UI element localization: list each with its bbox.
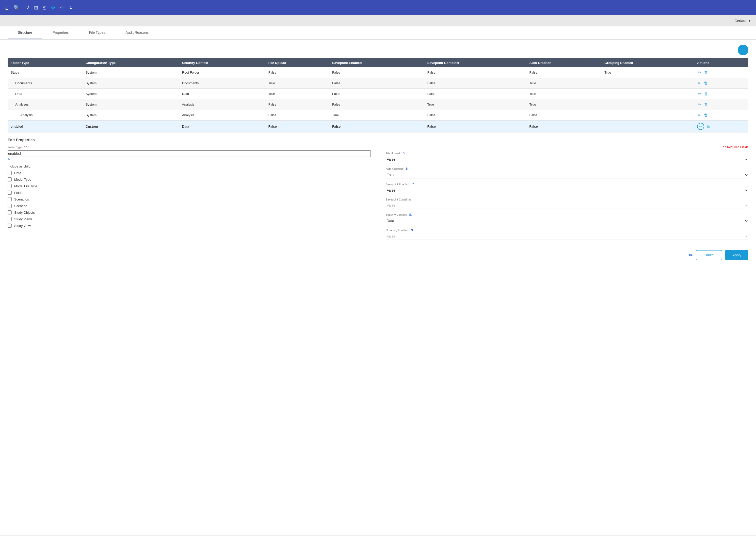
cell-config-type: System — [83, 88, 179, 99]
cell-security-context: Root Folder — [179, 67, 265, 78]
file-upload-select[interactable]: False True — [386, 156, 749, 163]
child-option-folder[interactable]: Folder — [8, 190, 371, 195]
cell-config-type: System — [83, 78, 179, 88]
copy-icon[interactable]: ⎘ — [43, 5, 46, 11]
cell-actions: ✏ 🗑 — [694, 120, 748, 132]
add-folder-type-button[interactable]: + — [738, 45, 748, 55]
security-context-select[interactable]: Data Root Folder Documents Analysis — [386, 218, 749, 224]
tab-structure[interactable]: Structure — [8, 26, 42, 39]
savepoint-container-select[interactable]: False True — [386, 202, 749, 209]
cell-security-context: Data — [179, 120, 265, 132]
cell-auto-creation: True — [526, 99, 602, 110]
checkbox-data[interactable] — [8, 171, 12, 175]
table-row: Analysis System Analysis False True Fals… — [8, 110, 748, 120]
delete-row-button[interactable]: 🗑 — [703, 81, 708, 86]
child-option-scenarios[interactable]: Scenarios — [8, 197, 371, 201]
cell-savepoint-enabled: False — [329, 88, 424, 99]
shield-icon[interactable]: 🛡 — [24, 5, 29, 11]
cell-grouping-enabled — [601, 99, 694, 110]
delete-row-button[interactable]: 🗑 — [703, 102, 708, 107]
required-fields-note: * * Required Fields — [386, 146, 749, 149]
grouping-enabled-field: Grouping Enabled: 9. False True — [386, 228, 749, 240]
edit-row-button[interactable]: ✏ — [697, 80, 702, 86]
cell-folder-type: enabled — [8, 120, 83, 132]
child-option-model-file-type[interactable]: Model File Type — [8, 184, 371, 188]
child-option-study-view[interactable]: Study View — [8, 223, 371, 228]
org-selector[interactable]: Certara ▼ — [735, 19, 751, 23]
checkbox-scenarios[interactable] — [8, 197, 12, 201]
delete-row-button[interactable]: 🗑 — [703, 70, 708, 75]
col-grouping-enabled: Grouping Enabled — [601, 58, 694, 67]
checkbox-scenario[interactable] — [8, 204, 12, 208]
delete-row-button[interactable]: 🗑 — [703, 91, 708, 97]
tab-file-types[interactable]: File Types — [79, 26, 116, 39]
checkbox-study-objects[interactable] — [8, 210, 12, 215]
cell-savepoint-container: False — [424, 110, 526, 120]
folder-type-label: Folder Type: * * 3. — [8, 146, 371, 149]
cell-savepoint-container: True — [424, 99, 526, 110]
child-option-scenario[interactable]: Scenario — [8, 204, 371, 208]
edit-row-button[interactable]: ✏ — [697, 112, 702, 118]
cell-folder-type: Documents — [8, 78, 83, 88]
apply-button[interactable]: Apply — [725, 250, 748, 260]
edit-row-button[interactable]: ✏ — [697, 91, 702, 97]
edit-properties-title: Edit Properties — [8, 138, 748, 142]
cell-grouping-enabled — [601, 110, 694, 120]
layout-icon[interactable]: ⊞ — [34, 5, 38, 11]
tab-audit-reasons[interactable]: Audit Reasons — [115, 26, 159, 39]
child-option-data[interactable]: Data — [8, 171, 371, 175]
settings-icon[interactable]: ⚙ — [51, 4, 55, 11]
checkbox-study-views[interactable] — [8, 217, 12, 221]
delete-row-button[interactable]: 🗑 — [703, 113, 708, 118]
col-file-upload: File Upload — [265, 58, 329, 67]
auto-creation-select[interactable]: False True — [386, 172, 749, 179]
security-context-label: Security Context: 8. — [386, 213, 749, 217]
include-child-label: Include as child: — [8, 164, 371, 168]
cell-grouping-enabled — [601, 78, 694, 88]
col-savepoint-container: Savepoint Container — [424, 58, 526, 67]
edit-row-button[interactable]: ✏ — [697, 102, 702, 107]
edit-properties-left: Folder Type: * * 3. 4. Include as child:… — [8, 146, 371, 260]
child-option-study-objects[interactable]: Study Objects — [8, 210, 371, 215]
cell-file-upload: False — [265, 120, 329, 132]
auto-creation-field: Auto-Creation: 6. False True — [386, 167, 749, 179]
annotation-1: 1. — [70, 6, 73, 9]
child-option-study-views[interactable]: Study Views — [8, 217, 371, 221]
checkbox-study-view[interactable] — [8, 223, 12, 228]
folder-type-input[interactable] — [8, 150, 371, 157]
col-folder-type: Folder Type — [8, 58, 83, 67]
cell-grouping-enabled — [601, 120, 694, 132]
cell-actions: ✏ 🗑 — [694, 88, 748, 99]
cell-actions: ✏ 🗑 — [694, 99, 748, 110]
top-navigation: ⌂ 🔍 🛡 ⊞ ⎘ ⚙ ✏ 1. — [0, 0, 756, 15]
cell-folder-type: Data — [8, 88, 83, 99]
cell-file-upload: False — [265, 67, 329, 78]
cancel-button[interactable]: Cancel — [696, 250, 722, 260]
search-icon[interactable]: 🔍 — [14, 5, 20, 11]
edit-nav-icon[interactable]: ✏ — [60, 5, 64, 11]
org-dropdown-arrow[interactable]: ▼ — [748, 19, 751, 22]
table-row-editing: enabled Custom Data False False False Fa… — [8, 120, 748, 132]
savepoint-enabled-select[interactable]: False True — [386, 187, 749, 194]
child-option-model-type[interactable]: Model Type — [8, 177, 371, 182]
edit-properties-section: Edit Properties Folder Type: * * 3. 4. I… — [8, 138, 748, 260]
checkbox-folder[interactable] — [8, 190, 12, 195]
grouping-enabled-select[interactable]: False True — [386, 233, 749, 240]
home-icon[interactable]: ⌂ — [5, 4, 9, 11]
tabs-bar: Structure Properties File Types Audit Re… — [0, 26, 756, 40]
file-upload-field: File Upload: 5. False True — [386, 151, 749, 163]
tab-properties[interactable]: Properties — [42, 26, 79, 39]
cell-actions: ✏ 🗑 — [694, 110, 748, 120]
include-child-group: Include as child: Data Model Type Mod — [8, 164, 371, 228]
delete-row-button[interactable]: 🗑 — [706, 123, 711, 129]
cell-auto-creation: False — [526, 120, 602, 132]
edit-row-button[interactable]: ✏ — [697, 70, 702, 75]
cell-security-context: Analysis — [179, 110, 265, 120]
checkbox-model-file-type[interactable] — [8, 184, 12, 188]
org-label: Certara — [735, 19, 746, 23]
checkbox-model-type[interactable] — [8, 177, 12, 182]
edit-row-active-button[interactable]: ✏ — [697, 123, 704, 130]
cell-savepoint-enabled: False — [329, 99, 424, 110]
edit-properties-grid: Folder Type: * * 3. 4. Include as child:… — [8, 146, 748, 260]
auto-creation-label: Auto-Creation: 6. — [386, 167, 749, 171]
